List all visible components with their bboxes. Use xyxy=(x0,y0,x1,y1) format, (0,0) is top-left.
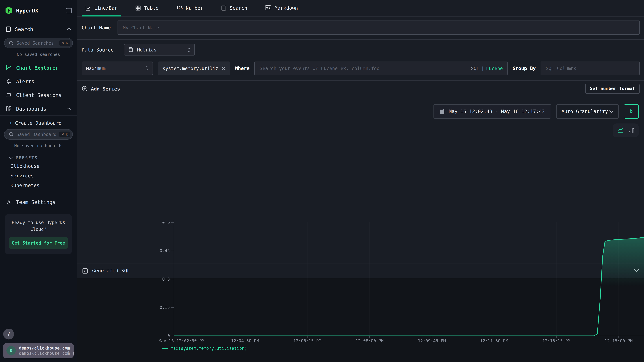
chart-name-input[interactable] xyxy=(118,20,640,34)
svg-text:12:09:45 PM: 12:09:45 PM xyxy=(418,339,446,343)
where-label: Where xyxy=(235,65,250,71)
date-range-picker[interactable]: May 16 12:02:43 - May 16 12:17:43 xyxy=(434,104,551,119)
tab-label: Line/Bar xyxy=(94,5,118,11)
avatar: D xyxy=(6,346,16,355)
no-saved-searches-text: No saved searches xyxy=(0,48,77,61)
chart-icon xyxy=(6,65,12,71)
data-source-value: Metrics xyxy=(137,47,156,52)
play-icon xyxy=(629,109,634,114)
spacer xyxy=(0,254,77,329)
chevron-down-icon xyxy=(9,156,13,159)
granularity-select[interactable]: Auto Granularity xyxy=(556,104,619,119)
bell-icon xyxy=(6,78,12,84)
preset-item-kubernetes[interactable]: Kubernetes xyxy=(0,181,77,190)
tab-line-bar[interactable]: Line/Bar xyxy=(82,0,121,16)
preset-item-clickhouse[interactable]: Clickhouse xyxy=(0,161,77,171)
data-source-select[interactable]: Metrics xyxy=(124,44,195,55)
add-series-row: Add Series Set number format xyxy=(77,81,644,98)
aggregation-select[interactable]: Maximum xyxy=(82,61,153,75)
presets-label: PRESETS xyxy=(16,155,38,160)
database-icon xyxy=(128,47,133,52)
saved-dashboards-placeholder: Saved Dashboards xyxy=(16,132,56,137)
get-started-button[interactable]: Get Started for Free xyxy=(9,237,68,249)
metric-name: system.memory.utiliza xyxy=(162,65,218,71)
line-chart-toggle-icon[interactable] xyxy=(617,127,624,134)
series-row: Maximum system.memory.utiliza Where SQL|… xyxy=(77,61,644,80)
date-range-value: May 16 12:02:43 - May 16 12:17:43 xyxy=(449,109,545,114)
search-icon xyxy=(9,41,14,45)
no-saved-dashboards-text: No saved dashboards xyxy=(0,140,77,152)
create-dashboard-button[interactable]: + Create Dashboard xyxy=(0,116,77,128)
svg-text:12:13:15 PM: 12:13:15 PM xyxy=(542,339,570,343)
sidebar-item-alerts[interactable]: Alerts xyxy=(0,74,77,88)
tab-table[interactable]: Table xyxy=(132,0,162,16)
where-input[interactable] xyxy=(254,61,508,75)
cloud-promo-card: Ready to use HyperDX Cloud? Get Started … xyxy=(5,214,72,254)
sidebar-item-chart-explorer[interactable]: Chart Explorer xyxy=(0,61,77,74)
sidebar-item-label: Chart Explorer xyxy=(16,65,58,71)
user-menu[interactable]: D demos@clickhouse.com demos@clickhouse.… xyxy=(3,343,74,359)
tab-label: Markdown xyxy=(275,5,298,11)
chart-zone: May 16 12:02:43 - May 16 12:17:43 Auto G… xyxy=(77,98,644,263)
tab-label: Search xyxy=(230,5,247,11)
where-wrap: SQL|Lucene xyxy=(254,61,508,75)
markdown-icon xyxy=(265,5,272,10)
chevron-up-icon[interactable] xyxy=(66,107,71,110)
group-by-label: Group By xyxy=(512,65,536,71)
user-team: demos@clickhouse.com's xyxy=(19,351,64,356)
tab-search[interactable]: Search xyxy=(217,0,251,16)
svg-text:0.15: 0.15 xyxy=(160,305,170,310)
chevron-up-icon[interactable] xyxy=(67,27,72,30)
sidebar-section-search[interactable]: Search xyxy=(0,21,77,37)
lucene-mode-button[interactable]: Lucene xyxy=(486,65,503,71)
data-source-label: Data Source xyxy=(82,47,114,52)
sidebar-item-team-settings[interactable]: Team Settings xyxy=(0,195,77,209)
run-query-button[interactable] xyxy=(624,104,639,119)
svg-text:12:15:00 PM: 12:15:00 PM xyxy=(605,339,633,343)
chart-name-row: Chart Name xyxy=(77,20,644,34)
svg-text:0.3: 0.3 xyxy=(162,277,170,282)
bar-chart-toggle-icon[interactable] xyxy=(629,127,634,133)
shortcut-badge: ⌘ K xyxy=(59,40,70,46)
chart-controls: May 16 12:02:43 - May 16 12:17:43 Auto G… xyxy=(77,98,644,119)
sidebar-item-client-sessions[interactable]: Client Sessions xyxy=(0,88,77,102)
aggregation-value: Maximum xyxy=(86,65,106,71)
tab-label: Table xyxy=(144,5,158,11)
saved-searches-input[interactable]: Saved Searches ⌘ K xyxy=(4,38,73,48)
calendar-icon xyxy=(440,109,445,114)
svg-text:12:06:15 PM: 12:06:15 PM xyxy=(293,339,321,343)
promo-text: Ready to use HyperDX Cloud? xyxy=(9,219,68,233)
sidebar-section-label: Search xyxy=(15,26,33,32)
chevron-right-icon: › xyxy=(67,348,70,354)
add-series-button[interactable]: Add Series xyxy=(82,86,120,92)
granularity-value: Auto Granularity xyxy=(562,109,608,114)
logo-row: HyperDX xyxy=(0,0,77,21)
app-title: HyperDX xyxy=(16,7,38,13)
presets-toggle[interactable]: PRESETS xyxy=(0,152,77,161)
svg-text:0.6: 0.6 xyxy=(162,220,170,225)
sidebar-item-label: Team Settings xyxy=(16,199,56,205)
select-updown-icon xyxy=(187,47,190,52)
data-source-row: Data Source Metrics xyxy=(77,40,644,61)
saved-dashboards-input[interactable]: Saved Dashboards ⌘ K xyxy=(4,129,73,140)
tab-markdown[interactable]: Markdown xyxy=(261,0,302,16)
set-number-format-button[interactable]: Set number format xyxy=(585,84,640,94)
series-line xyxy=(174,236,644,336)
sidebar-item-dashboards[interactable]: Dashboards xyxy=(0,102,77,115)
dashboard-grid-icon xyxy=(6,106,12,112)
gear-icon xyxy=(6,199,12,205)
help-button[interactable]: ? xyxy=(3,329,14,339)
close-icon[interactable] xyxy=(221,66,226,70)
sidebar-item-label: Alerts xyxy=(16,78,34,84)
metric-chip[interactable]: system.memory.utiliza xyxy=(158,61,230,75)
series-area xyxy=(174,236,644,336)
preset-item-services[interactable]: Services xyxy=(0,171,77,181)
chart-svg[interactable]: 00.150.30.450.6May 16 12:02:30 PM12:04:3… xyxy=(158,214,644,353)
sidebar-collapse-icon[interactable] xyxy=(66,7,72,13)
tab-label: Number xyxy=(186,5,203,11)
tab-number[interactable]: 123 Number xyxy=(173,0,207,16)
user-email: demos@clickhouse.com xyxy=(19,345,64,351)
group-by-input[interactable] xyxy=(540,61,640,75)
svg-text:12:11:30 PM: 12:11:30 PM xyxy=(480,339,508,343)
svg-text:12:08:00 PM: 12:08:00 PM xyxy=(356,339,384,343)
